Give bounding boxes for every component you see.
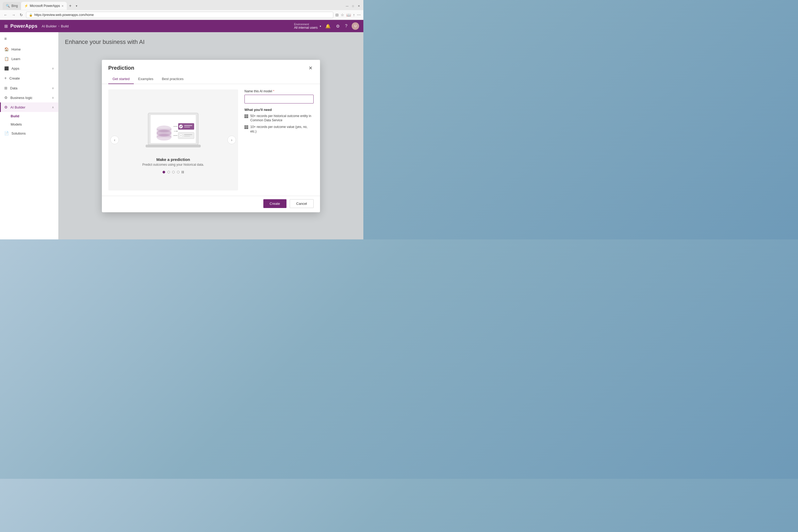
what-you-need-label: What you'll need [244,108,314,112]
solutions-icon: 📄 [4,131,9,135]
minimize-button[interactable]: — [345,4,349,8]
tab-list-button[interactable]: ▾ [74,2,79,10]
apps-icon: ⬛ [4,66,9,71]
tab-best-practices[interactable]: Best practices [157,74,188,84]
required-star: * [273,89,274,93]
back-button[interactable]: ← [3,12,8,18]
content-area: Enhance your business with AI Prediction… [58,32,363,240]
modal-close-button[interactable]: ✕ [307,64,314,72]
svg-point-6 [157,130,171,136]
modal-title: Prediction [108,65,134,71]
sidebar-sub-item-build[interactable]: Build [0,112,58,120]
sidebar-sub-item-models[interactable]: Models [0,120,58,129]
svg-point-23 [174,135,174,136]
address-text: https://preview.web.powerapps.com/home [34,13,94,17]
browser-tab-bing[interactable]: 🔍 Bing [3,2,21,10]
reading-mode-icon[interactable]: 📖 [346,13,351,17]
address-input[interactable]: 🔒 https://preview.web.powerapps.com/home [26,12,333,18]
sidebar-item-apps[interactable]: ⬛ Apps ∨ [0,63,58,73]
carousel-dot-1[interactable] [163,171,165,173]
sidebar-item-data[interactable]: ⊞ Data ∨ [0,83,58,93]
address-actions: ⊟ ☆ 📖 ↑ ⋯ [336,13,361,17]
table-svg-1 [244,114,248,118]
settings-icon[interactable]: ⚙ [335,23,341,30]
business-logic-icon: ⚙ [4,95,8,100]
tab-examples[interactable]: Examples [134,74,157,84]
environment-value: All internal users [294,26,318,30]
carousel-prev-button[interactable]: ‹ [110,136,119,144]
modal-footer: Create Cancel [102,196,320,212]
new-tab-icon: + [69,3,71,8]
sidebar-item-create[interactable]: + Create [0,73,58,83]
sidebar-item-business-logic[interactable]: ⚙ Business logic ∨ [0,93,58,102]
svg-point-22 [175,135,176,136]
browser-chrome: 🔍 Bing ⚡ Microsoft PowerApps ✕ + ▾ — □ ✕… [0,0,363,20]
notification-icon[interactable]: 🔔 [324,23,332,30]
learn-icon: 📋 [4,57,9,61]
sidebar-item-ai-builder-label: AI Builder [11,105,25,109]
sidebar-item-home[interactable]: 🏠 Home [0,44,58,54]
refresh-button[interactable]: ↻ [19,12,24,18]
requirement-1: 50+ records per historical outcome entit… [244,114,314,123]
favorites-icon[interactable]: ☆ [341,13,344,17]
modal-tabs: Get started Examples Best practices [102,74,320,84]
sidebar-item-solutions[interactable]: 📄 Solutions [0,129,58,138]
ai-builder-expand-icon: ∧ [52,106,54,109]
svg-rect-21 [184,136,190,137]
share-icon[interactable]: ↑ [353,13,355,17]
sidebar-item-business-logic-label: Business logic [11,96,33,100]
modal-body: ‹ [102,84,320,196]
table-svg-2 [244,125,248,129]
split-view-icon[interactable]: ⊟ [336,13,339,17]
sidebar-toggle[interactable]: ≡ [0,34,58,43]
more-icon[interactable]: ⋯ [357,13,361,17]
environment-selector[interactable]: Environment All internal users ▾ [294,23,321,30]
header-right: Environment All internal users ▾ 🔔 ⚙ ? U [294,22,359,30]
main-layout: ≡ 🏠 Home 📋 Learn ⬛ Apps ∨ + Create ⊞ Dat… [0,32,363,240]
environment-text: Environment All internal users [294,23,318,30]
avatar[interactable]: U [352,22,359,30]
carousel-caption-text: Predict outcomes using your historical d… [142,163,204,167]
carousel-next-button[interactable]: › [227,136,236,144]
requirement-1-text: 50+ records per historical outcome entit… [250,114,314,123]
browser-tab-powerapps[interactable]: ⚡ Microsoft PowerApps ✕ [21,2,67,10]
ai-model-name-input[interactable] [244,95,314,103]
maximize-button[interactable]: □ [351,4,355,8]
tab-close-icon[interactable]: ✕ [61,4,63,7]
svg-rect-30 [244,125,248,129]
sidebar-sub-models-label: Models [11,122,22,126]
window-controls: — □ ✕ [345,4,361,8]
requirement-2: 10+ records per outcome value (yes, no, … [244,125,314,134]
requirements-section: What you'll need [244,108,314,134]
sidebar-item-apps-label: Apps [12,66,19,71]
breadcrumb-ai-builder[interactable]: AI Builder [42,24,57,28]
sidebar-item-learn-label: Learn [12,57,20,61]
carousel-pause-button[interactable] [182,171,184,173]
sidebar-item-ai-builder[interactable]: ⚙ AI Builder ∧ [0,102,58,112]
new-tab-button[interactable]: + [67,2,73,10]
help-icon[interactable]: ? [344,23,348,30]
env-chevron-icon: ▾ [320,25,321,28]
sidebar-item-create-label: Create [9,76,20,80]
create-button[interactable]: Create [263,199,286,208]
grid-icon[interactable]: ⊞ [4,24,8,29]
sidebar-item-learn[interactable]: 📋 Learn [0,54,58,63]
tab-get-started[interactable]: Get started [108,74,134,84]
create-icon: + [4,76,7,81]
bing-tab-label: Bing [12,4,18,8]
carousel-dots [163,171,184,173]
carousel-dot-4[interactable] [177,171,179,173]
cancel-button[interactable]: Cancel [290,199,314,208]
svg-rect-2 [146,145,201,147]
browser-title-bar: 🔍 Bing ⚡ Microsoft PowerApps ✕ + ▾ — □ ✕ [0,0,363,10]
carousel-dot-3[interactable] [172,171,175,173]
carousel-dot-2[interactable] [167,171,170,173]
breadcrumb-build[interactable]: Build [61,24,69,28]
sidebar-item-data-label: Data [10,86,17,90]
forward-button[interactable]: → [11,12,17,18]
apps-expand-icon: ∨ [52,67,54,70]
sidebar-sub-build-label: Build [11,114,19,118]
close-button[interactable]: ✕ [357,4,361,8]
name-field-label: Name this AI model * [244,89,314,93]
carousel-caption-title: Make a prediction [156,157,190,162]
